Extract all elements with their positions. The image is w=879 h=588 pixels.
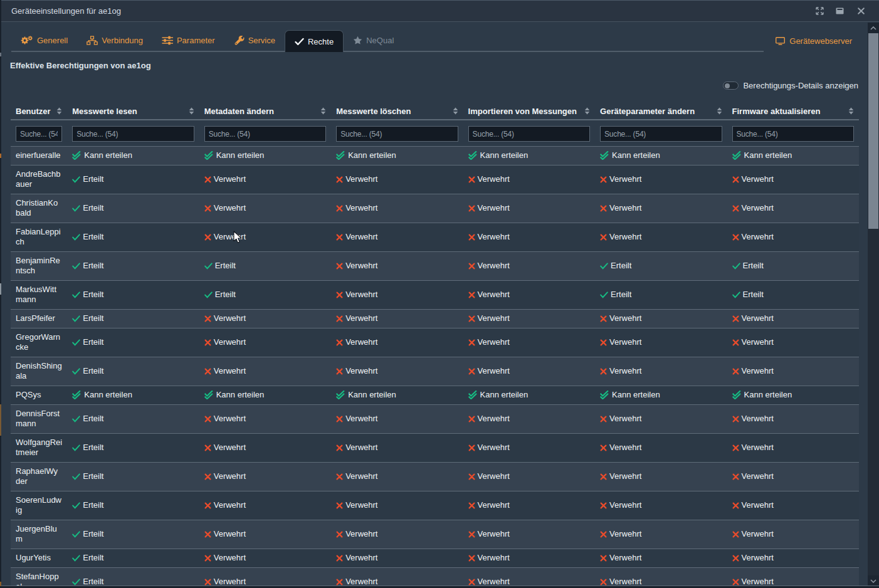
permission-cell: Verwehrt <box>199 194 331 223</box>
check-icon <box>72 531 80 538</box>
column-search-input[interactable] <box>16 126 62 142</box>
table-row[interactable]: einerfueralleKann erteilenKann erteilenK… <box>11 147 859 165</box>
table-row[interactable]: JuergenBlumErteiltVerwehrtVerwehrtVerweh… <box>11 520 859 549</box>
permission-cell: Kann erteilen <box>595 386 727 405</box>
permission-cell: Verwehrt <box>463 165 595 194</box>
status-label: Erteilt <box>83 577 103 586</box>
column-header[interactable]: Benutzer <box>11 103 67 120</box>
table-row[interactable]: LarsPfeiferErteiltVerwehrtVerwehrtVerweh… <box>11 310 859 328</box>
scrollbar-thumb[interactable] <box>868 33 878 229</box>
permission-cell: Verwehrt <box>463 520 595 549</box>
user-cell: SoerenLudwig <box>11 491 67 520</box>
scroll-up-button[interactable] <box>868 23 879 33</box>
device-webserver-link[interactable]: Gerätewebserver <box>776 30 852 52</box>
user-cell: BenjaminRentsch <box>11 252 67 281</box>
permission-cell: Verwehrt <box>727 463 859 491</box>
status-label: Kann erteilen <box>612 390 660 400</box>
permission-cell: Erteilt <box>595 252 727 281</box>
tab-nequal[interactable]: NeQual <box>344 30 403 51</box>
table-row[interactable]: FabianLeppichErteiltVerwehrtVerwehrtVerw… <box>11 223 859 252</box>
check-icon <box>600 263 608 270</box>
x-icon <box>468 502 475 509</box>
permission-cell: Verwehrt <box>331 520 463 549</box>
tab-rechte[interactable]: Rechte <box>285 30 344 52</box>
column-header[interactable]: Messwerte lesen <box>67 103 199 120</box>
permission-cell: Verwehrt <box>331 463 463 491</box>
table-row[interactable]: RaphaelWyderErteiltVerwehrtVerwehrtVerwe… <box>11 463 859 491</box>
expand-button[interactable] <box>811 1 828 21</box>
x-icon <box>468 205 475 212</box>
permission-cell: Verwehrt <box>595 568 727 587</box>
sort-icon <box>717 107 722 115</box>
permission-cell: Erteilt <box>67 194 199 223</box>
status-label: Kann erteilen <box>480 390 529 400</box>
tab-parameter[interactable]: Parameter <box>152 30 224 51</box>
table-row[interactable]: DenishShingalaErteiltVerwehrtVerwehrtVer… <box>11 357 859 386</box>
permission-cell: Verwehrt <box>199 405 331 434</box>
status-label: Erteilt <box>215 261 236 271</box>
x-icon <box>600 416 607 423</box>
vertical-scrollbar[interactable] <box>868 23 879 586</box>
column-search-input[interactable] <box>600 126 722 142</box>
table-row[interactable]: StefanHoppelErteiltVerwehrtVerwehrtVerwe… <box>11 568 859 587</box>
user-cell: JuergenBlum <box>11 520 67 549</box>
tabs-row: Generell Verbindung <box>11 30 764 52</box>
permission-cell: Erteilt <box>67 281 199 310</box>
column-header[interactable]: Firmware aktualisieren <box>727 103 859 120</box>
table-row[interactable]: UgurYetisErteiltVerwehrtVerwehrtVerwehrt… <box>11 549 859 568</box>
tab-service[interactable]: Service <box>224 30 285 51</box>
x-icon <box>204 502 211 509</box>
permission-cell: Verwehrt <box>727 310 859 328</box>
maximize-button[interactable] <box>831 1 848 21</box>
column-search-input[interactable] <box>204 126 326 142</box>
double-check-icon <box>732 151 742 160</box>
column-search-input[interactable] <box>468 126 590 142</box>
user-cell: RaphaelWyder <box>11 463 67 491</box>
status-label: Verwehrt <box>478 232 510 242</box>
status-label: Kann erteilen <box>216 390 265 400</box>
table-row[interactable]: SoerenLudwigErteiltVerwehrtVerwehrtVerwe… <box>11 491 859 520</box>
table-row[interactable]: ChristianKobaldErteiltVerwehrtVerwehrtVe… <box>11 194 859 223</box>
column-header[interactable]: Messwerte löschen <box>331 103 463 120</box>
column-header[interactable]: Importieren von Messungen <box>463 103 595 120</box>
table-row[interactable]: WolfgangReitmeierErteiltVerwehrtVerwehrt… <box>11 434 859 463</box>
permission-cell: Kann erteilen <box>331 147 463 165</box>
permission-cell: Verwehrt <box>463 194 595 223</box>
close-button[interactable] <box>853 1 869 21</box>
column-header[interactable]: Geräteparameter ändern <box>595 103 727 120</box>
status-label: Verwehrt <box>214 443 246 453</box>
permission-cell: Verwehrt <box>463 463 595 491</box>
status-label: Kann erteilen <box>348 150 396 160</box>
tab-verbindung[interactable]: Verbindung <box>77 30 152 51</box>
permission-cell: Verwehrt <box>595 549 727 568</box>
column-search-cell <box>331 120 463 147</box>
permission-cell: Verwehrt <box>331 491 463 520</box>
x-icon <box>204 555 211 562</box>
table-row[interactable]: MarkusWittmannErteiltErteiltVerwehrtVerw… <box>11 281 859 310</box>
column-search-input[interactable] <box>72 126 194 142</box>
sort-icon <box>848 107 854 115</box>
user-cell: FabianLeppich <box>11 223 67 252</box>
details-toggle[interactable] <box>723 81 739 90</box>
permission-cell: Verwehrt <box>727 223 859 252</box>
sort-icon <box>189 107 194 115</box>
x-icon <box>468 176 475 183</box>
table-row[interactable]: AndreBachbauerErteiltVerwehrtVerwehrtVer… <box>11 165 859 194</box>
status-label: Verwehrt <box>609 443 641 453</box>
table-row[interactable]: BenjaminRentschErteiltErteiltVerwehrtVer… <box>11 252 859 281</box>
x-icon <box>204 339 211 346</box>
tab-generell[interactable]: Generell <box>11 30 77 51</box>
scroll-down-button[interactable] <box>868 575 879 586</box>
status-label: Verwehrt <box>609 337 641 347</box>
table-row[interactable]: PQSysKann erteilenKann erteilenKann erte… <box>11 386 859 405</box>
column-header-label: Metadaten ändern <box>204 107 274 116</box>
double-check-icon <box>204 151 214 160</box>
table-row[interactable]: DennisForstmannErteiltVerwehrtVerwehrtVe… <box>11 405 859 434</box>
column-search-input[interactable] <box>732 126 854 142</box>
column-header[interactable]: Metadaten ändern <box>199 103 331 120</box>
x-icon <box>204 444 211 451</box>
permission-cell: Verwehrt <box>331 252 463 281</box>
table-row[interactable]: GregorWarnckeErteiltVerwehrtVerwehrtVerw… <box>11 328 859 357</box>
column-search-input[interactable] <box>336 126 458 142</box>
permission-cell: Verwehrt <box>595 328 727 357</box>
